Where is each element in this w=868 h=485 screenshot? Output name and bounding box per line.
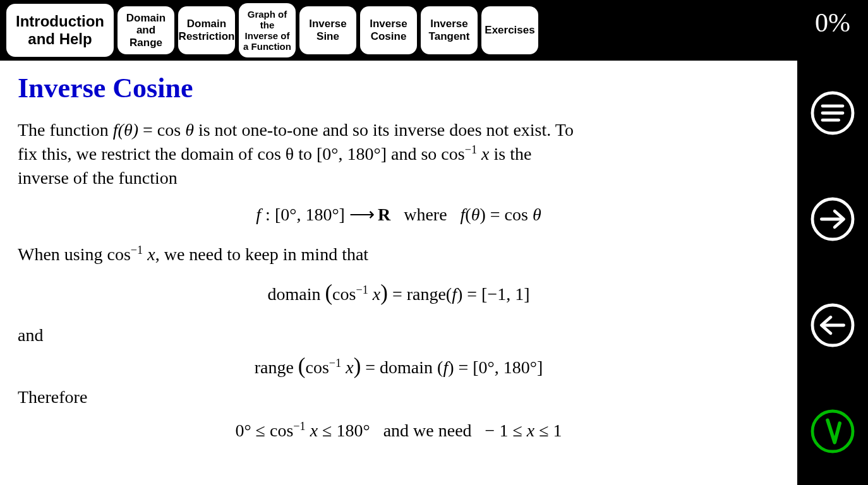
right-sidebar [797,61,868,485]
p2-x: x [147,244,155,264]
arrow-right-icon [807,194,858,247]
paragraph-and: and [18,323,586,347]
paragraph-2: When using cos−1 x, we need to keep in m… [18,242,586,266]
check-icon [807,406,858,459]
tab-exercises[interactable]: Exercises [481,6,538,54]
paragraph-therefore: Therefore [18,385,586,409]
tab-graph-inverse[interactable]: Graph of the Inverse of a Function [239,3,296,57]
p2-text-b: , we need to keep in mind that [155,244,368,264]
menu-icon [807,88,858,141]
p1-sup: −1 [465,143,477,156]
top-nav-bar: Introduction and Help Domain and Range D… [0,0,868,61]
tab-domain-range[interactable]: Domain and Range [118,6,174,54]
progress-percent: 0% [815,8,850,38]
page-title: Inverse Cosine [18,72,780,104]
equation-3: range (cos−1 x) = domain (f) = [0°, 180°… [18,354,780,379]
p1-x: x [481,144,489,164]
equation-1: f : [0°, 180°] ⟶ R where f(θ) = cos θ [18,204,780,225]
p1-text-a: The function [18,120,113,140]
p1-fn: f(θ) = cos θ [113,120,194,140]
arrow-left-icon [807,300,858,353]
menu-button[interactable] [797,61,868,167]
p2-text-a: When using cos [18,244,131,264]
tab-introduction[interactable]: Introduction and Help [6,4,114,57]
check-button[interactable] [797,379,868,485]
tab-inverse-tangent[interactable]: Inverse Tangent [421,6,478,54]
tab-inverse-cosine[interactable]: Inverse Cosine [360,6,417,54]
p2-sup: −1 [131,244,143,256]
content-area: Inverse Cosine The function f(θ) = cos θ… [0,61,797,485]
tab-domain-restriction[interactable]: Domain Restriction [178,6,235,54]
equation-2: domain (cos−1 x) = range(f) = [−1, 1] [18,280,780,306]
next-button[interactable] [797,167,868,273]
equation-4: 0° ≤ cos−1 x ≤ 180° and we need − 1 ≤ x … [18,420,780,441]
main-row: Inverse Cosine The function f(θ) = cos θ… [0,61,868,485]
tab-inverse-sine[interactable]: Inverse Sine [299,6,356,54]
paragraph-1: The function f(θ) = cos θ is not one-to-… [18,118,586,190]
prev-button[interactable] [797,273,868,379]
